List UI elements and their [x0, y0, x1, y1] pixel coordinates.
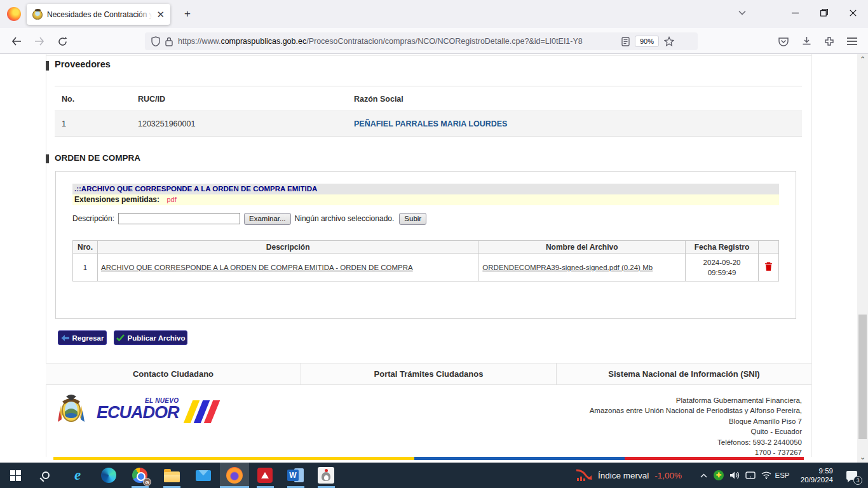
- taskbar-firefox-active[interactable]: [220, 463, 249, 488]
- bookmark-star-icon[interactable]: [664, 36, 674, 46]
- taskbar-mail[interactable]: [189, 463, 218, 488]
- regresar-button[interactable]: Regresar: [58, 330, 107, 345]
- flag-stripe-blue: [414, 457, 625, 460]
- address-line: Bloque Amarillo Piso 7: [535, 416, 802, 426]
- razon-social-link[interactable]: PEÑAFIEL PARRALES MARIA LOURDES: [354, 119, 507, 128]
- downloads-icon[interactable]: [797, 33, 816, 50]
- col-razon: Razón Social: [354, 86, 802, 111]
- zoom-level-badge[interactable]: 90%: [635, 36, 659, 47]
- screen: Necesidades de Contratación y ✕ +: [0, 0, 868, 488]
- reader-mode-icon[interactable]: [621, 37, 630, 46]
- proveedores-title: Proveedores: [55, 59, 111, 69]
- logo-stripes-icon: [188, 400, 215, 423]
- url-domain: compraspublicas.gob.ec: [220, 37, 306, 46]
- files-row: 1 ARCHIVO QUE CORRESPONDE A LA ORDEN DE …: [73, 254, 779, 281]
- taskbar-word[interactable]: W: [281, 463, 310, 488]
- file-descripcion-link[interactable]: ARCHIVO QUE CORRESPONDE A LA ORDEN DE CO…: [101, 264, 413, 271]
- vertical-scrollbar[interactable]: ⌃ ⌄: [857, 54, 868, 463]
- cell-ruc: 1203251960001: [138, 111, 354, 136]
- upload-panel: .::ARCHIVO QUE CORRESPONDE A LA ORDEN DE…: [55, 171, 796, 319]
- start-button[interactable]: [1, 463, 30, 488]
- wifi-icon[interactable]: [759, 463, 774, 488]
- taskbar-chrome[interactable]: G: [125, 463, 154, 488]
- stock-change: -1,00%: [654, 471, 682, 480]
- menu-hamburger-icon[interactable]: [843, 33, 862, 50]
- link-sni[interactable]: Sistema Nacional de Información (SNI): [556, 363, 811, 384]
- taskbar-java-app[interactable]: [311, 463, 341, 488]
- search-icon: [42, 471, 50, 479]
- tablet-mode-icon[interactable]: [743, 463, 758, 488]
- forward-button[interactable]: [31, 33, 48, 50]
- close-button[interactable]: [839, 0, 867, 25]
- no-file-selected-text: Ningún archivo seleccionado.: [295, 214, 395, 223]
- proveedores-row: 1 1203251960001 PEÑAFIEL PARRALES MARIA …: [55, 111, 802, 137]
- taskbar-acrobat[interactable]: [250, 463, 280, 488]
- publicar-archivo-button[interactable]: Publicar Archivo: [114, 330, 187, 345]
- scroll-up-icon[interactable]: ⌃: [857, 55, 868, 64]
- tray-chevron-icon[interactable]: [696, 463, 710, 488]
- taskbar-file-explorer[interactable]: [157, 463, 186, 488]
- col-descripcion: Descripción: [97, 241, 478, 254]
- search-button[interactable]: [31, 463, 60, 488]
- url-path: /ProcesoContratacion/compras/NCO/NCORegi…: [306, 37, 583, 46]
- clock-widget[interactable]: 9:59 20/9/2024: [790, 463, 834, 488]
- proveedores-header-row: No. RUC/ID Razón Social: [55, 86, 802, 111]
- col-actions: [758, 241, 778, 254]
- flag-stripe-yellow: [53, 457, 414, 460]
- file-nombre-link[interactable]: ORDENDECOMPRA39-signed-signed.pdf (0.24)…: [482, 264, 653, 271]
- volume-icon[interactable]: [727, 463, 742, 488]
- col-nombre-archivo: Nombre del Archivo: [478, 241, 686, 254]
- scrollbar-thumb[interactable]: [858, 315, 867, 439]
- clock-date: 20/9/2024: [801, 475, 833, 484]
- proveedores-table: No. RUC/ID Razón Social 1 1203251960001 …: [55, 86, 802, 137]
- tray-antivirus-icon[interactable]: ✚: [711, 463, 726, 488]
- extensions-icon[interactable]: [820, 33, 839, 50]
- link-portal-tramites[interactable]: Portal Trámites Ciudadanos: [301, 363, 556, 384]
- language-indicator[interactable]: ESP: [774, 463, 790, 488]
- address-line: 1700 - 737267: [535, 447, 802, 458]
- link-contacto-ciudadano[interactable]: Contacto Ciudadano: [46, 363, 301, 384]
- taskbar-internet-explorer[interactable]: e: [63, 463, 92, 488]
- el-nuevo-ecuador-logo: EL NUEVO ECUADOR: [97, 397, 217, 425]
- action-center-button[interactable]: 3: [839, 463, 864, 488]
- windows-taskbar: e G W Índice merval -1,0: [0, 463, 868, 488]
- examinar-button[interactable]: Examinar...: [244, 213, 291, 225]
- reload-button[interactable]: [53, 33, 71, 50]
- fecha-date: 2024-09-20: [686, 257, 758, 268]
- back-button[interactable]: [8, 33, 25, 50]
- taskbar-edge[interactable]: [94, 463, 123, 488]
- tab-close-icon[interactable]: ✕: [156, 10, 165, 19]
- descripcion-input[interactable]: [118, 213, 240, 224]
- new-tab-button[interactable]: +: [180, 6, 195, 22]
- restore-button[interactable]: [810, 0, 838, 25]
- shield-icon[interactable]: [151, 36, 160, 46]
- minimize-button[interactable]: [781, 0, 810, 25]
- browser-tab[interactable]: Necesidades de Contratación y ✕: [27, 4, 170, 25]
- flag-stripe-red: [625, 457, 804, 460]
- publicar-label: Publicar Archivo: [128, 334, 186, 342]
- footer-address: Plataforma Gubernamental Financiera, Ama…: [535, 395, 802, 458]
- col-ruc: RUC/ID: [138, 86, 354, 111]
- notification-count-badge: 3: [853, 476, 862, 485]
- lock-icon[interactable]: [165, 37, 173, 46]
- descripcion-label: Descripción:: [72, 214, 114, 223]
- url-bar[interactable]: https://www.compraspublicas.gob.ec/Proce…: [145, 32, 698, 50]
- taskbar-stock-widget[interactable]: Índice merval -1,00%: [576, 463, 682, 488]
- logo-ecuador-text: ECUADOR: [97, 403, 179, 423]
- extensiones-value: pdf: [166, 196, 176, 203]
- word-icon: W: [287, 468, 304, 483]
- tab-list-chevron-icon[interactable]: [728, 0, 756, 25]
- firefox-icon: [226, 467, 243, 484]
- pocket-icon[interactable]: [774, 33, 793, 50]
- stock-label: Índice merval: [598, 471, 649, 480]
- section-marker: [46, 154, 49, 163]
- orden-title: ORDEN DE COMPRA: [55, 153, 140, 163]
- edge-icon: [101, 468, 116, 483]
- scroll-down-icon[interactable]: ⌄: [857, 453, 868, 461]
- subir-button[interactable]: Subir: [399, 213, 426, 225]
- url-protocol: https://www.: [178, 37, 220, 46]
- delete-trash-icon[interactable]: [764, 262, 773, 271]
- extensiones-label: Extensiones pemitidas:: [74, 195, 159, 204]
- files-table: Nro. Descripción Nombre del Archivo Fech…: [72, 240, 779, 281]
- fecha-time: 09:59:49: [686, 268, 758, 278]
